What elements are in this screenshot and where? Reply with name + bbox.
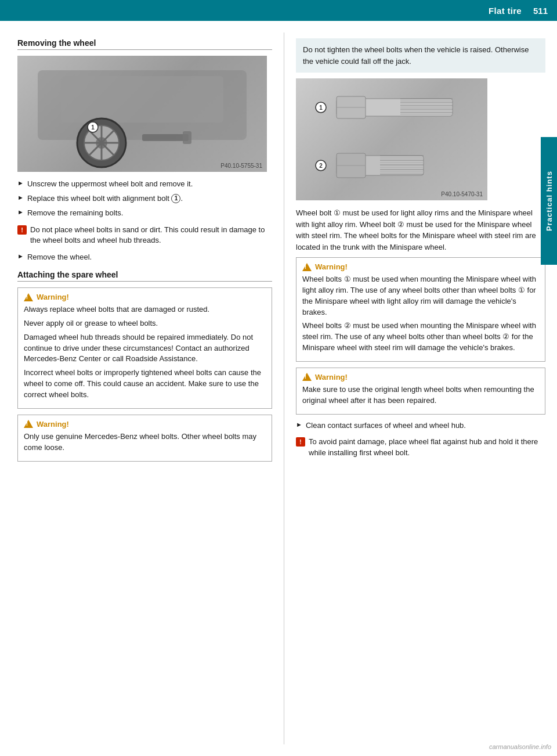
warning-text-1b: Never apply oil or grease to wheel bolts… <box>24 318 266 329</box>
note-icon-1: ! <box>17 225 27 235</box>
warning-triangle-4 <box>302 373 312 381</box>
watermark: carmanualsonline.info <box>489 743 551 750</box>
bullet-text-remove: Remove the wheel. <box>27 252 92 263</box>
bullet-item-remove: ► Remove the wheel. <box>17 252 272 263</box>
car-placeholder-bg: 1 <box>17 56 267 172</box>
header-bar: Flat tire 511 <box>0 0 557 21</box>
svg-rect-12 <box>183 131 191 144</box>
bolt-illustration: 1 <box>305 81 479 197</box>
section1-heading: Removing the wheel <box>17 38 272 50</box>
bullet-text-clean: Clean contact surfaces of wheel and whee… <box>306 420 466 431</box>
bolt-placeholder-bg: 1 <box>296 78 487 200</box>
bullet-item-clean: ► Clean contact surfaces of wheel and wh… <box>296 420 545 431</box>
svg-text:1: 1 <box>91 124 95 131</box>
notice-box: Do not tighten the wheel bolts when the … <box>296 38 545 73</box>
bullet-arrow-3: ► <box>17 208 24 215</box>
bolt-image-caption: P40.10-5470-31 <box>441 191 483 197</box>
sidebar-tab: Practical hints <box>541 137 557 265</box>
warning-label-3: Warning! <box>315 262 348 271</box>
warning-text-3a: Wheel bolts ① must be used when mounting… <box>302 274 539 318</box>
warning-text-4a: Make sure to use the original length whe… <box>302 384 539 406</box>
section-title: Flat tire <box>489 6 522 16</box>
warning-label-2: Warning! <box>37 420 69 429</box>
warning-label-4: Warning! <box>315 373 348 381</box>
warning-box-2: Warning! Only use genuine Mercedes-Benz … <box>17 415 272 462</box>
svg-rect-11 <box>142 134 189 141</box>
car-image-caption: P40.10-5755-31 <box>220 163 262 169</box>
warning-text-1d: Incorrect wheel bolts or improperly tigh… <box>24 368 266 401</box>
bullet-text-1: Unscrew the uppermost wheel bolt and rem… <box>27 179 193 190</box>
warning-box-1: Warning! Always replace wheel bolts that… <box>17 287 272 409</box>
bullet-list-removing: ► Unscrew the uppermost wheel bolt and r… <box>17 179 272 219</box>
info-icon-2: ! <box>296 437 305 447</box>
note-box-2: ! To avoid paint damage, place wheel fla… <box>296 437 545 459</box>
note-text-1: Do not place wheel bolts in sand or dirt… <box>30 225 272 247</box>
warning-triangle-1 <box>24 293 33 301</box>
warning-triangle-2 <box>24 420 33 428</box>
warning-text-1a: Always replace wheel bolts that are dama… <box>24 304 266 315</box>
main-content: Removing the wheel <box>0 21 557 756</box>
warning-text-2a: Only use genuine Mercedes-Benz wheel bol… <box>24 431 266 453</box>
svg-text:2: 2 <box>319 163 323 169</box>
warning-header-3: Warning! <box>302 262 539 271</box>
left-column: Removing the wheel <box>0 33 284 744</box>
bullet-arrow-1: ► <box>17 179 24 186</box>
car-illustration: 1 <box>26 59 258 169</box>
warning-text-1c: Damaged wheel hub threads should be repa… <box>24 332 266 365</box>
bullet-item-3: ► Remove the remaining bolts. <box>17 208 272 219</box>
bullet-arrow-2: ► <box>17 194 24 201</box>
sidebar-tab-label: Practical hints <box>545 171 554 231</box>
bullet-arrow-clean: ► <box>296 421 302 428</box>
svg-text:1: 1 <box>319 105 323 111</box>
page-number: 511 <box>533 6 548 16</box>
car-image: 1 P40.10-5755-31 <box>17 56 267 172</box>
warning-header-2: Warning! <box>24 420 266 429</box>
bullet-item-2: ► Replace this wheel bolt with alignment… <box>17 193 272 204</box>
bullet-text-3: Remove the remaining bolts. <box>27 208 123 219</box>
right-column: Do not tighten the wheel bolts when the … <box>284 33 557 744</box>
section2-heading: Attaching the spare wheel <box>17 270 272 282</box>
warning-header-4: Warning! <box>302 373 539 381</box>
bullet-arrow-remove: ► <box>17 253 24 260</box>
warning-triangle-3 <box>302 263 312 271</box>
note-box-1: ! Do not place wheel bolts in sand or di… <box>17 225 272 247</box>
warning-label-1: Warning! <box>37 293 69 301</box>
warning-box-3: Warning! Wheel bolts ① must be used when… <box>296 257 545 362</box>
body-text-1: Wheel bolt ① must be used for light allo… <box>296 207 545 253</box>
warning-header-1: Warning! <box>24 293 266 301</box>
warning-box-4: Warning! Make sure to use the original l… <box>296 368 545 415</box>
bullet-text-2: Replace this wheel bolt with alignment b… <box>27 193 183 204</box>
bolt-image: 1 <box>296 78 487 200</box>
bullet-item-1: ► Unscrew the uppermost wheel bolt and r… <box>17 179 272 190</box>
warning-text-3b: Wheel bolts ② must be used when mounting… <box>302 321 539 354</box>
note-text-2: To avoid paint damage, place wheel flat … <box>309 437 545 459</box>
svg-rect-1 <box>61 76 223 123</box>
